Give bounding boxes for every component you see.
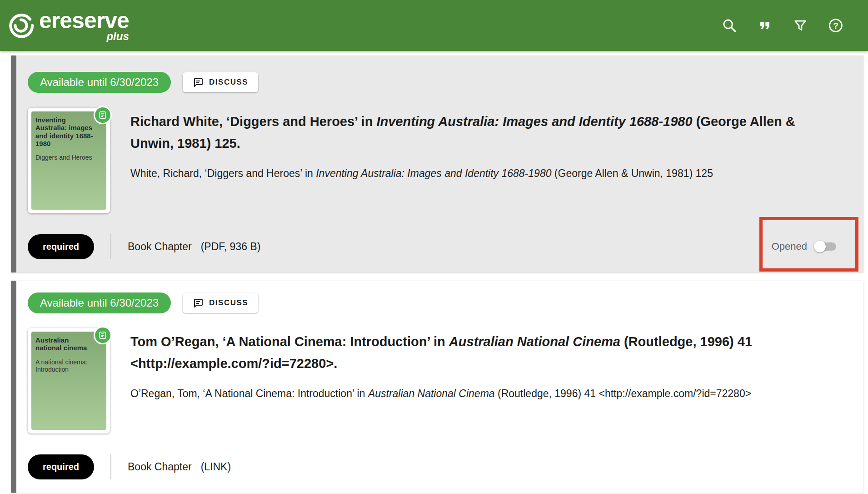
item-citation: White, Richard, ‘Diggers and Heroes’ in … <box>130 165 842 181</box>
logo-swirl-icon <box>7 12 35 39</box>
book-cover: Inventing Australia: images and identity… <box>31 111 106 210</box>
search-icon <box>722 18 737 33</box>
app-header: ereserve plus ? <box>0 0 868 51</box>
chat-icon <box>193 297 204 308</box>
material-type: Book Chapter <box>128 241 192 253</box>
discuss-button[interactable]: DISCUSS <box>183 293 258 313</box>
discuss-label: DISCUSS <box>209 78 248 87</box>
book-cover: Australian national cinema A national ci… <box>31 332 106 430</box>
opened-label: Opened <box>772 241 807 252</box>
svg-text:?: ? <box>833 21 838 30</box>
material-type: Book Chapter <box>128 461 192 473</box>
material-format: (PDF, 936 B) <box>201 241 261 253</box>
document-icon <box>98 111 107 120</box>
discuss-button[interactable]: DISCUSS <box>183 72 258 92</box>
item-edge-bar <box>11 281 16 493</box>
help-icon: ? <box>828 18 843 33</box>
filter-button[interactable] <box>789 14 812 37</box>
opened-toggle[interactable] <box>815 242 836 251</box>
item-content: Available until 6/30/2023 DISCUSS <box>16 281 863 493</box>
title-pre: Tom O’Regan, ‘A National Cinema: Introdu… <box>130 334 449 349</box>
item-content: Available until 6/30/2023 DISCUSS <box>16 55 863 272</box>
header-actions: ? <box>718 14 847 37</box>
cover-subtitle: Diggers and Heroes <box>35 154 102 161</box>
required-badge: required <box>28 234 94 259</box>
material-format: (LINK) <box>201 461 231 473</box>
item-texts: Tom O’Regan, ‘A National Cinema: Introdu… <box>130 331 854 434</box>
discuss-label: DISCUSS <box>209 298 248 307</box>
chapter-badge <box>94 326 112 344</box>
citation-pre: O’Regan, Tom, ‘A National Cinema: Introd… <box>130 388 368 399</box>
item-edge-bar <box>11 55 16 272</box>
citation-post: (Routledge, 1996) 41 <http://example.com… <box>495 388 752 399</box>
item-citation: O’Regan, Tom, ‘A National Cinema: Introd… <box>130 385 842 402</box>
citations-button[interactable] <box>753 14 776 37</box>
required-badge: required <box>28 454 94 479</box>
item-meta-row: required Book Chapter (PDF, 936 B) Opene… <box>28 233 854 260</box>
chat-icon <box>193 77 204 88</box>
citation-italic: Inventing Australia: Images and Identity… <box>316 167 551 179</box>
citation-post: (George Allen & Unwin, 1981) 125 <box>551 167 713 179</box>
cover-title: Australian national cinema <box>35 336 102 352</box>
document-icon <box>98 331 107 340</box>
logo-plus: plus <box>106 31 129 42</box>
toggle-knob <box>814 241 826 252</box>
reading-list: Available until 6/30/2023 DISCUSS <box>0 51 868 493</box>
quote-icon <box>757 18 773 33</box>
logo-text: ereserve plus <box>39 9 129 42</box>
reading-list-item-1: Available until 6/30/2023 DISCUSS <box>11 55 863 272</box>
availability-badge: Available until 6/30/2023 <box>28 292 171 313</box>
search-button[interactable] <box>718 14 741 37</box>
badge-row: Available until 6/30/2023 DISCUSS <box>28 292 854 313</box>
title-italic: Inventing Australia: Images and Identity… <box>376 114 692 129</box>
book-thumbnail[interactable]: Inventing Australia: images and identity… <box>28 108 110 213</box>
reading-list-item-2: Available until 6/30/2023 DISCUSS <box>11 281 863 493</box>
opened-toggle-group: Opened <box>772 241 836 252</box>
divider <box>110 234 111 259</box>
item-title[interactable]: Tom O’Regan, ‘A National Cinema: Introdu… <box>130 331 842 374</box>
logo-word: ereserve <box>39 9 129 32</box>
help-button[interactable]: ? <box>824 14 847 37</box>
cover-subtitle: A national cinema: Introduction <box>35 358 102 374</box>
item-main-row: Inventing Australia: images and identity… <box>28 108 854 213</box>
item-title[interactable]: Richard White, ‘Diggers and Heroes’ in I… <box>130 111 842 154</box>
cover-title: Inventing Australia: images and identity… <box>35 116 102 147</box>
title-italic: Australian National Cinema <box>449 334 620 349</box>
item-meta-row: required Book Chapter (LINK) <box>28 454 854 480</box>
book-thumbnail[interactable]: Australian national cinema A national ci… <box>28 328 110 434</box>
availability-badge: Available until 6/30/2023 <box>28 72 171 93</box>
citation-pre: White, Richard, ‘Diggers and Heroes’ in <box>130 167 316 179</box>
citation-italic: Australian National Cinema <box>368 388 495 399</box>
item-main-row: Australian national cinema A national ci… <box>28 328 854 434</box>
filter-icon <box>793 18 808 33</box>
divider <box>110 454 111 479</box>
item-texts: Richard White, ‘Diggers and Heroes’ in I… <box>130 111 854 213</box>
badge-row: Available until 6/30/2023 DISCUSS <box>28 72 854 93</box>
ereserve-logo[interactable]: ereserve plus <box>7 9 129 42</box>
chapter-badge <box>94 106 112 124</box>
title-pre: Richard White, ‘Diggers and Heroes’ in <box>130 114 376 129</box>
